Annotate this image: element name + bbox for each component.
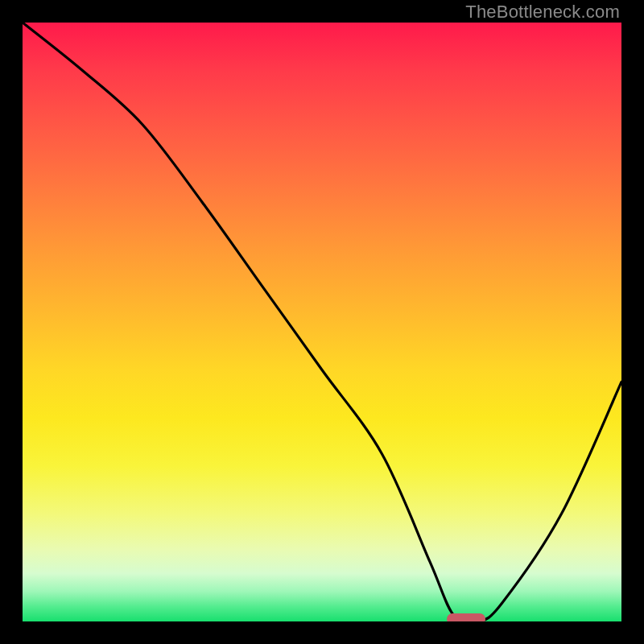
plot-area xyxy=(23,23,621,621)
bottleneck-curve xyxy=(23,23,621,621)
watermark-text: TheBottleneck.com xyxy=(465,2,620,23)
optimal-marker xyxy=(447,613,485,621)
chart-frame: TheBottleneck.com xyxy=(0,0,644,644)
curve-path xyxy=(23,23,621,621)
